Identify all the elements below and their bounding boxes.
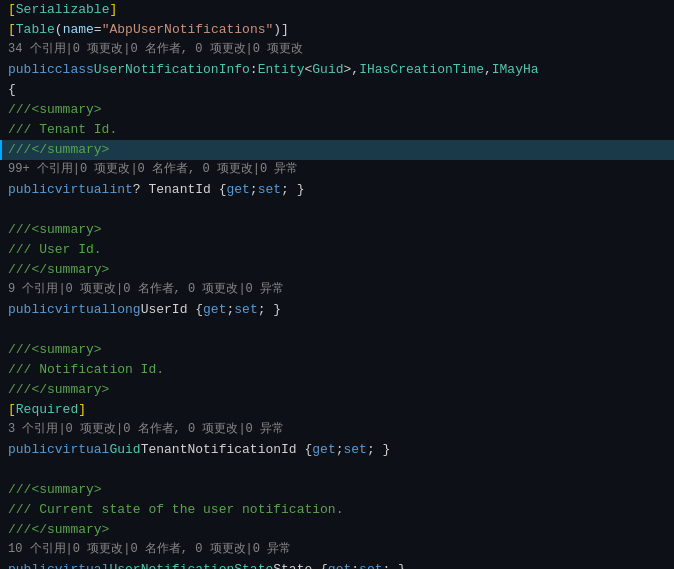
code-line: [Table(name="AbpUserNotifications")] (0, 20, 674, 40)
code-line: /// <summary> (0, 220, 674, 240)
code-line: /// Notification Id. (0, 360, 674, 380)
code-line: 10 个引用|0 项更改|0 名作者, 0 项更改|0 异常 (0, 540, 674, 560)
code-line: public virtual long UserId { get; set; } (0, 300, 674, 320)
code-line: /// User Id. (0, 240, 674, 260)
code-line: 34 个引用|0 项更改|0 名作者, 0 项更改|0 项更改 (0, 40, 674, 60)
code-line: public virtual Guid TenantNotificationId… (0, 440, 674, 460)
code-line: /// <summary> (0, 340, 674, 360)
code-line: /// </summary> (0, 380, 674, 400)
code-line: [Required] (0, 400, 674, 420)
code-line (0, 320, 674, 340)
code-line (0, 460, 674, 480)
code-line: /// <summary> (0, 480, 674, 500)
code-line: /// Tenant Id. (0, 120, 674, 140)
code-editor: [Serializable][Table(name="AbpUserNotifi… (0, 0, 674, 569)
code-line: [Serializable] (0, 0, 674, 20)
code-line: /// </summary> (0, 520, 674, 540)
code-line: /// </summary> (0, 140, 674, 160)
code-line: 99+ 个引用|0 项更改|0 名作者, 0 项更改|0 异常 (0, 160, 674, 180)
code-line: public virtual UserNotificationState Sta… (0, 560, 674, 569)
code-line: 3 个引用|0 项更改|0 名作者, 0 项更改|0 异常 (0, 420, 674, 440)
code-line (0, 200, 674, 220)
code-line: public virtual int? TenantId { get; set;… (0, 180, 674, 200)
code-line: /// Current state of the user notificati… (0, 500, 674, 520)
code-line: { (0, 80, 674, 100)
code-line: /// <summary> (0, 100, 674, 120)
code-line: 9 个引用|0 项更改|0 名作者, 0 项更改|0 异常 (0, 280, 674, 300)
code-line: /// </summary> (0, 260, 674, 280)
code-line: public class UserNotificationInfo : Enti… (0, 60, 674, 80)
